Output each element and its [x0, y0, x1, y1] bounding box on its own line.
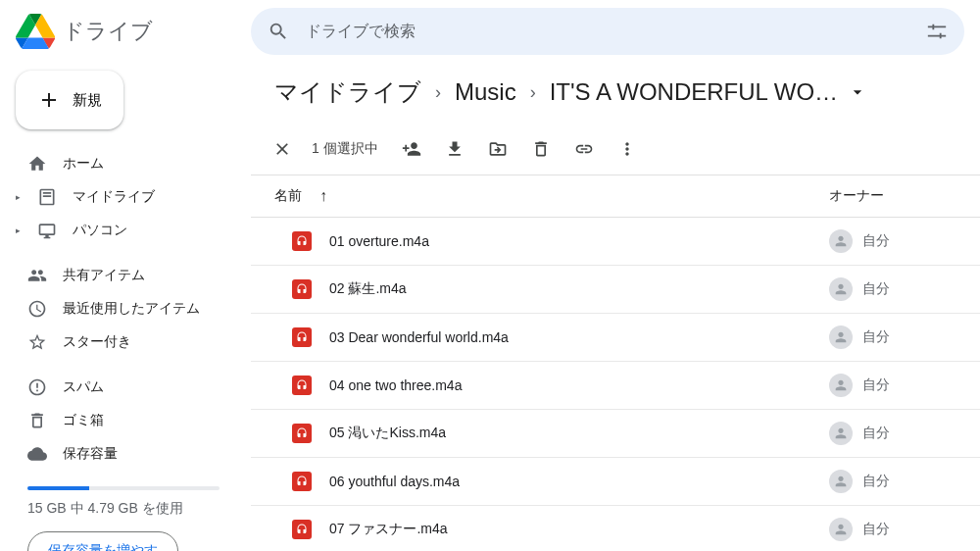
owner-cell: 自分 — [829, 422, 956, 445]
file-name: 07 ファスナー.m4a — [329, 521, 448, 538]
owner-label: 自分 — [862, 521, 890, 538]
search-input[interactable] — [306, 23, 909, 40]
nav-item-star[interactable]: スター付き — [12, 326, 235, 359]
main-area: 新規 ホーム▸マイドライブ▸パソコン 共有アイテム最近使用したアイテムスター付き… — [0, 63, 980, 551]
file-name: 03 Dear wonderful world.m4a — [329, 329, 509, 345]
file-row[interactable]: 01 overture.m4a自分 — [251, 218, 980, 266]
storage-area: 15 GB 中 4.79 GB を使用 保存容量を増やす — [12, 482, 235, 551]
selection-count: 1 個選択中 — [312, 140, 378, 158]
storage-text: 15 GB 中 4.79 GB を使用 — [27, 500, 220, 518]
file-name-cell: 05 渇いたKiss.m4a — [274, 424, 829, 443]
owner-cell: 自分 — [829, 326, 956, 349]
audio-file-icon — [292, 520, 312, 539]
chevron-right-icon: › — [530, 82, 536, 103]
owner-cell: 自分 — [829, 470, 956, 493]
chevron-right-icon: › — [435, 82, 441, 103]
file-row[interactable]: 03 Dear wonderful world.m4a自分 — [251, 314, 980, 362]
breadcrumb-music[interactable]: Music — [455, 78, 516, 106]
header: ドライブ — [0, 0, 980, 63]
mydrive-icon — [37, 187, 57, 207]
column-owner[interactable]: オーナー — [829, 187, 956, 205]
owner-label: 自分 — [862, 280, 890, 298]
table-header: 名前 ↑ オーナー — [251, 175, 980, 218]
computers-icon — [37, 221, 57, 240]
file-row[interactable]: 06 youthful days.m4a自分 — [251, 458, 980, 506]
search-icon[interactable] — [267, 20, 290, 43]
audio-file-icon — [292, 424, 312, 443]
logo-area[interactable]: ドライブ — [16, 12, 251, 51]
avatar-icon — [829, 422, 853, 445]
nav-item-mydrive[interactable]: ▸マイドライブ — [12, 180, 235, 214]
sidebar: 新規 ホーム▸マイドライブ▸パソコン 共有アイテム最近使用したアイテムスター付き… — [0, 63, 251, 551]
audio-file-icon — [292, 231, 312, 251]
storage-bar — [27, 486, 220, 490]
nav-item-storage[interactable]: 保存容量 — [12, 437, 235, 471]
owner-cell: 自分 — [829, 229, 956, 253]
owner-cell: 自分 — [829, 374, 956, 397]
nav-section-1: ホーム▸マイドライブ▸パソコン — [12, 147, 235, 247]
more-button[interactable] — [608, 129, 647, 169]
search-bar[interactable] — [251, 8, 964, 55]
storage-icon — [27, 444, 47, 464]
star-icon — [27, 332, 47, 352]
owner-label: 自分 — [862, 473, 890, 490]
expand-icon: ▸ — [16, 225, 25, 235]
column-name[interactable]: 名前 ↑ — [274, 187, 829, 205]
audio-file-icon — [292, 279, 312, 299]
nav-item-label: スパム — [63, 378, 104, 396]
link-button[interactable] — [564, 129, 604, 169]
storage-upgrade-button[interactable]: 保存容量を増やす — [27, 531, 178, 551]
nav-item-label: 共有アイテム — [63, 267, 145, 284]
avatar-icon — [829, 518, 853, 541]
owner-label: 自分 — [862, 232, 890, 250]
file-row[interactable]: 07 ファスナー.m4a自分 — [251, 506, 980, 551]
avatar-icon — [829, 326, 853, 349]
column-owner-label: オーナー — [829, 187, 884, 203]
nav-section-2: 共有アイテム最近使用したアイテムスター付き — [12, 259, 235, 359]
breadcrumb-mydrive[interactable]: マイドライブ — [274, 76, 421, 108]
nav-item-spam[interactable]: スパム — [12, 371, 235, 404]
file-row[interactable]: 02 蘇生.m4a自分 — [251, 266, 980, 314]
avatar-icon — [829, 374, 853, 397]
nav-item-home[interactable]: ホーム — [12, 147, 235, 180]
search-options-icon[interactable] — [925, 20, 949, 43]
new-button-label: 新規 — [73, 91, 102, 110]
audio-file-icon — [292, 376, 312, 395]
nav-section-3: スパムゴミ箱保存容量 — [12, 371, 235, 471]
new-button[interactable]: 新規 — [16, 71, 123, 129]
move-button[interactable] — [478, 129, 517, 169]
audio-file-icon — [292, 472, 312, 491]
file-row[interactable]: 05 渇いたKiss.m4a自分 — [251, 410, 980, 458]
expand-icon: ▸ — [16, 192, 25, 202]
download-button[interactable] — [435, 129, 474, 169]
nav-item-shared[interactable]: 共有アイテム — [12, 259, 235, 292]
file-name: 01 overture.m4a — [329, 233, 429, 249]
owner-label: 自分 — [862, 376, 890, 394]
file-name: 02 蘇生.m4a — [329, 280, 407, 298]
file-name-cell: 07 ファスナー.m4a — [274, 520, 829, 539]
storage-fill — [27, 486, 89, 490]
breadcrumb-current[interactable]: IT'S A WONDERFUL WO… — [550, 78, 867, 106]
shared-icon — [27, 266, 47, 285]
owner-label: 自分 — [862, 328, 890, 346]
drive-logo-icon — [16, 12, 55, 51]
file-list: 01 overture.m4a自分02 蘇生.m4a自分03 Dear wond… — [251, 218, 980, 551]
close-selection-button[interactable] — [263, 129, 302, 169]
file-row[interactable]: 04 one two three.m4a自分 — [251, 362, 980, 410]
audio-file-icon — [292, 327, 312, 347]
file-name-cell: 01 overture.m4a — [274, 231, 829, 251]
nav-item-label: マイドライブ — [73, 188, 155, 206]
delete-button[interactable] — [521, 129, 561, 169]
breadcrumb-current-label: IT'S A WONDERFUL WO… — [550, 78, 838, 106]
column-name-label: 名前 — [274, 187, 302, 205]
app-name: ドライブ — [63, 17, 153, 46]
nav-item-computers[interactable]: ▸パソコン — [12, 214, 235, 247]
nav-item-trash[interactable]: ゴミ箱 — [12, 404, 235, 437]
file-name-cell: 03 Dear wonderful world.m4a — [274, 327, 829, 347]
nav-item-label: パソコン — [73, 222, 127, 239]
nav-item-recent[interactable]: 最近使用したアイテム — [12, 292, 235, 326]
nav-item-label: 最近使用したアイテム — [63, 300, 200, 318]
selection-toolbar: 1 個選択中 — [251, 124, 980, 175]
plus-icon — [37, 88, 61, 112]
share-button[interactable] — [392, 129, 431, 169]
